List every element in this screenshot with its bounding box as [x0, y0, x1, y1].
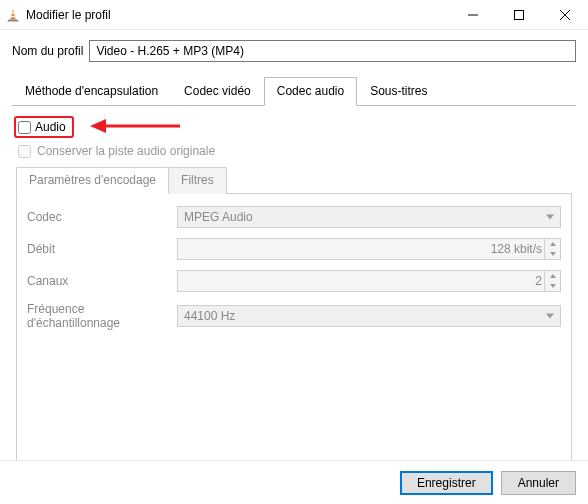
audio-enable-checkbox-wrap[interactable]: Audio [14, 116, 74, 138]
channels-value: 2 [535, 274, 542, 288]
codec-value: MPEG Audio [184, 210, 253, 224]
chevron-down-icon [546, 314, 554, 319]
chevron-down-icon [546, 215, 554, 220]
main-tabs: Méthode d'encapsulation Codec vidéo Code… [12, 76, 576, 106]
cancel-button[interactable]: Annuler [501, 471, 576, 495]
tab-filters[interactable]: Filtres [168, 167, 227, 194]
svg-marker-9 [90, 119, 106, 133]
svg-marker-0 [10, 8, 15, 19]
titlebar: Modifier le profil [0, 0, 588, 30]
channels-label: Canaux [27, 274, 177, 288]
audio-enable-checkbox[interactable] [18, 121, 31, 134]
samplerate-label: Fréquence d'échantillonnage [27, 302, 177, 330]
tab-encapsulation[interactable]: Méthode d'encapsulation [12, 77, 171, 106]
profile-name-label: Nom du profil [12, 44, 83, 58]
keep-original-label: Conserver la piste audio originale [37, 144, 215, 158]
tab-audio-codec[interactable]: Codec audio [264, 77, 357, 106]
samplerate-select: 44100 Hz [177, 305, 561, 327]
window-title: Modifier le profil [26, 8, 450, 22]
keep-original-checkbox [18, 145, 31, 158]
svg-rect-1 [11, 12, 15, 13]
codec-label: Codec [27, 210, 177, 224]
bitrate-spinner: 128 kbit/s [177, 238, 561, 260]
vlc-icon [6, 8, 20, 22]
channels-spinner: 2 [177, 270, 561, 292]
spinner-buttons [544, 271, 560, 291]
bitrate-value: 128 kbit/s [491, 242, 542, 256]
svg-marker-3 [7, 19, 18, 21]
maximize-button[interactable] [496, 0, 542, 30]
audio-enable-label: Audio [35, 120, 66, 134]
spinner-buttons [544, 239, 560, 259]
bitrate-label: Débit [27, 242, 177, 256]
window-controls [450, 0, 588, 30]
annotation-arrow [90, 116, 180, 139]
profile-name-input[interactable] [89, 40, 576, 62]
tab-video-codec[interactable]: Codec vidéo [171, 77, 264, 106]
minimize-button[interactable] [450, 0, 496, 30]
encoding-panel: Codec MPEG Audio Débit 128 kbit/s Canaux [16, 194, 572, 464]
svg-rect-2 [11, 15, 16, 16]
samplerate-value: 44100 Hz [184, 309, 235, 323]
encoding-tabs: Paramètres d'encodage Filtres [16, 166, 572, 194]
tab-subtitles[interactable]: Sous-titres [357, 77, 440, 106]
save-button[interactable]: Enregistrer [400, 471, 493, 495]
tab-encoding-params[interactable]: Paramètres d'encodage [16, 167, 169, 194]
svg-rect-5 [515, 10, 524, 19]
dialog-footer: Enregistrer Annuler [0, 460, 588, 504]
codec-select: MPEG Audio [177, 206, 561, 228]
close-button[interactable] [542, 0, 588, 30]
